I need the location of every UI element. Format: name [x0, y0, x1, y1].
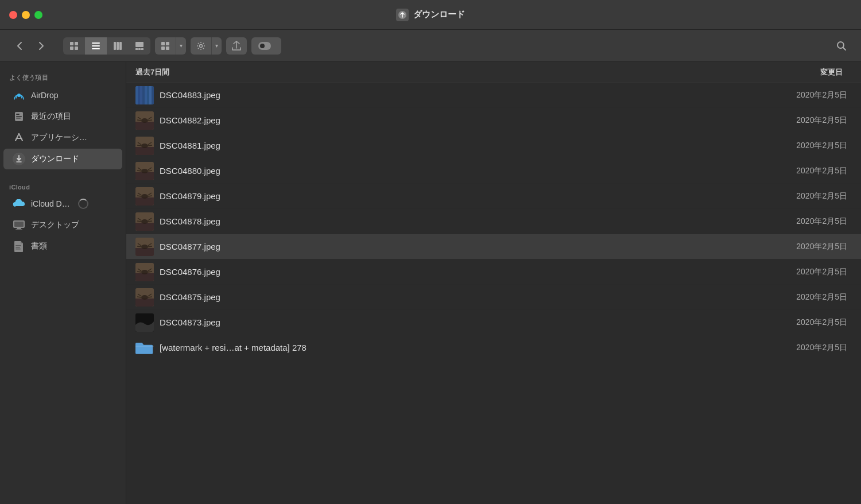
icloud-icon — [13, 197, 25, 210]
downloads-label: ダウンロード — [31, 154, 79, 164]
file-date: 2020年2月5日 — [760, 216, 852, 227]
list-view-button[interactable] — [85, 37, 107, 55]
svg-rect-1 — [70, 42, 73, 45]
svg-line-29 — [19, 134, 22, 141]
table-row[interactable]: DSC04880.jpeg 2020年2月5日 — [126, 158, 861, 184]
file-list-header: 過去7日間 変更日 — [126, 62, 861, 83]
svg-rect-13 — [138, 48, 141, 50]
file-name: DSC04879.jpeg — [160, 191, 760, 201]
share-button[interactable] — [226, 37, 247, 55]
apps-label: アプリケーシ… — [31, 133, 87, 143]
sidebar-item-airdrop[interactable]: AirDrop — [3, 85, 122, 106]
table-row[interactable]: DSC04879.jpeg 2020年2月5日 — [126, 184, 861, 209]
svg-rect-17 — [161, 46, 165, 50]
file-date: 2020年2月5日 — [760, 115, 852, 126]
jpeg-icon — [135, 288, 154, 307]
close-button[interactable] — [9, 11, 17, 19]
table-row[interactable]: DSC04876.jpeg 2020年2月5日 — [126, 259, 861, 285]
maximize-button[interactable] — [34, 11, 42, 19]
sidebar-item-desktop[interactable]: デスクトップ — [3, 215, 122, 235]
jpeg-icon — [135, 263, 154, 281]
tag-button[interactable] — [251, 37, 281, 55]
settings-button[interactable]: ▾ — [191, 37, 222, 55]
svg-point-79 — [141, 219, 148, 224]
jpeg-icon — [135, 137, 154, 155]
table-row[interactable]: DSC04877.jpeg 2020年2月5日 — [126, 234, 861, 259]
svg-rect-12 — [135, 48, 138, 50]
table-row[interactable]: DSC04873.jpeg 2020年2月5日 — [126, 310, 861, 335]
svg-rect-45 — [145, 86, 147, 104]
group-by-button[interactable]: ▾ — [155, 37, 186, 55]
table-row[interactable]: [watermark + resi…at + metadata] 278 202… — [126, 335, 861, 360]
file-date: 2020年2月5日 — [760, 267, 852, 277]
svg-rect-99 — [135, 298, 154, 307]
svg-line-69 — [148, 170, 152, 171]
svg-line-88 — [137, 246, 141, 247]
svg-rect-11 — [135, 42, 144, 47]
file-list-container: 過去7日間 変更日 DSC04883.jpeg 2020 — [126, 62, 861, 504]
file-name: DSC04882.jpeg — [160, 115, 760, 125]
svg-rect-2 — [75, 42, 78, 45]
folder-icon — [135, 339, 154, 357]
group-by-arrow: ▾ — [176, 37, 186, 55]
icon-view-button[interactable] — [63, 37, 85, 55]
svg-line-102 — [137, 297, 141, 297]
window-title-text: ダウンロード — [413, 9, 465, 20]
svg-line-55 — [148, 120, 152, 121]
desktop-label: デスクトップ — [31, 220, 79, 230]
file-name: DSC04883.jpeg — [160, 90, 760, 100]
table-row[interactable]: DSC04882.jpeg 2020年2月5日 — [126, 108, 861, 133]
table-row[interactable]: DSC04881.jpeg 2020年2月5日 — [126, 133, 861, 158]
svg-point-19 — [200, 44, 203, 47]
nav-buttons — [9, 37, 52, 55]
file-date: 2020年2月5日 — [760, 166, 852, 176]
svg-line-28 — [15, 134, 19, 141]
svg-rect-41 — [135, 86, 138, 104]
svg-line-53 — [137, 120, 141, 121]
desktop-icon — [13, 219, 25, 231]
sidebar-item-apps[interactable]: アプリケーシ… — [3, 127, 122, 148]
back-button[interactable] — [9, 37, 30, 55]
file-name: [watermark + resi…at + metadata] 278 — [160, 343, 760, 352]
toolbar: ▾ ▾ — [0, 30, 861, 62]
svg-rect-14 — [141, 48, 144, 50]
search-button[interactable] — [831, 37, 852, 55]
table-row[interactable]: DSC04875.jpeg 2020年2月5日 — [126, 285, 861, 310]
jpeg-icon — [135, 313, 154, 332]
table-row[interactable]: DSC04883.jpeg 2020年2月5日 — [126, 83, 861, 108]
svg-rect-92 — [135, 273, 154, 281]
jpeg-icon — [135, 187, 154, 206]
svg-rect-46 — [147, 86, 149, 104]
file-name: DSC04878.jpeg — [160, 216, 760, 226]
window-title: ダウンロード — [396, 9, 465, 21]
icloud-loading-indicator — [78, 199, 88, 209]
svg-rect-25 — [16, 114, 20, 115]
sidebar-item-docs[interactable]: 書類 — [3, 236, 122, 257]
svg-rect-36 — [15, 229, 22, 230]
airdrop-icon — [13, 89, 25, 102]
table-row[interactable]: DSC04878.jpeg 2020年2月5日 — [126, 209, 861, 234]
svg-rect-39 — [15, 249, 21, 250]
recents-label: 最近の項目 — [31, 111, 71, 122]
file-date: 2020年2月5日 — [760, 292, 852, 303]
svg-rect-43 — [140, 86, 142, 104]
gallery-view-button[interactable] — [129, 37, 150, 55]
sidebar-item-icloud-drive[interactable]: iCloud D… — [3, 193, 122, 214]
svg-rect-48 — [152, 86, 154, 104]
svg-line-76 — [148, 196, 152, 196]
sidebar-item-downloads[interactable]: ダウンロード — [3, 149, 122, 169]
svg-rect-37 — [15, 245, 21, 246]
column-view-button[interactable] — [107, 37, 129, 55]
sidebar-item-recents[interactable]: 最近の項目 — [3, 106, 122, 127]
minimize-button[interactable] — [22, 11, 30, 19]
recents-icon — [13, 110, 25, 123]
forward-button[interactable] — [31, 37, 52, 55]
file-date: 2020年2月5日 — [760, 141, 852, 151]
settings-icon — [191, 37, 211, 55]
svg-rect-47 — [149, 86, 152, 104]
svg-point-21 — [260, 44, 265, 48]
file-name: DSC04877.jpeg — [160, 242, 760, 251]
svg-line-104 — [148, 297, 152, 297]
svg-rect-8 — [114, 42, 116, 50]
file-name: DSC04873.jpeg — [160, 317, 760, 327]
